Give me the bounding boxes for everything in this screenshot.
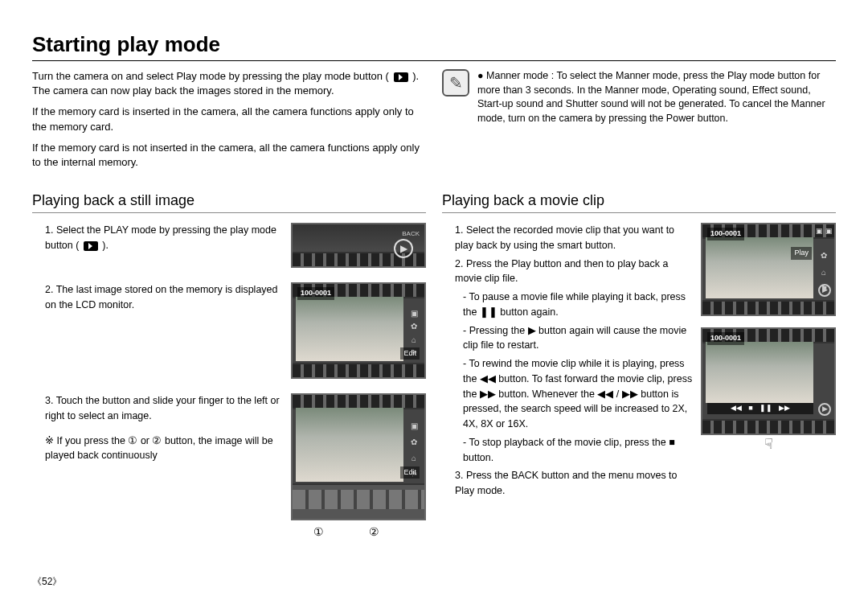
film-strip-icon — [702, 419, 834, 434]
still-s3: 3. Touch the button and slide your finge… — [45, 393, 283, 424]
still-step3-row: 3. Touch the button and slide your finge… — [32, 393, 426, 540]
movie-title: Playing back a movie clip — [442, 192, 836, 213]
play-mode-icon — [394, 72, 408, 82]
still-title: Playing back a still image — [32, 192, 426, 213]
stop-icon: ■ — [748, 403, 752, 414]
film-strip-icon — [702, 300, 834, 314]
playback-controls: ◀◀ ■ ❚❚ ▶▶ — [707, 403, 813, 414]
num-1: ① — [313, 524, 324, 540]
movie-s2a-b: button again. — [497, 306, 559, 318]
ff-icon: ▶▶ — [622, 388, 638, 400]
movie-s2a: - To pause a movie file while playing it… — [455, 290, 693, 320]
still-s1b: ). — [102, 240, 108, 251]
movie-s2c-d: / — [613, 388, 621, 400]
still-s2: 2. The last image stored on the memory i… — [45, 282, 283, 313]
intro-left: Turn the camera on and select Play mode … — [32, 69, 426, 176]
movie-s2: 2. Press the Play button and then to pla… — [455, 257, 693, 287]
still-s3-note: ※ If you press the ① or ② button, the im… — [45, 434, 283, 464]
num-2: ② — [369, 524, 379, 540]
play-icon: ▶ — [528, 325, 536, 336]
note-text: ● Manner mode : To select the Manner mod… — [477, 69, 836, 125]
movie-s3: 3. Press the BACK button and the menu mo… — [455, 468, 693, 499]
still-thumb3: ▣✿⌂⚑ Edit ① ② — [291, 393, 426, 540]
folder-label: 100-0001 — [707, 332, 744, 345]
still-thumb2: 100-0001 ▣✿⌂⚑ Edit — [291, 282, 426, 379]
movie-s2c-c: button. Whenever the — [496, 388, 597, 400]
ff-icon: ▶▶ — [779, 403, 790, 414]
pause-icon: ❚❚ — [480, 306, 497, 318]
intro-p2: If the memory card is inserted in the ca… — [32, 105, 426, 134]
film-strip-icon — [293, 363, 424, 377]
still-section: Playing back a still image 1. Select the… — [32, 176, 426, 544]
movie-section: Playing back a movie clip 1. Select the … — [442, 176, 836, 544]
movie-s2d-a: - To stop playback of the movie clip, pr… — [463, 437, 669, 448]
touch-buttons — [293, 490, 424, 509]
photo-placeholder — [296, 297, 403, 361]
intro-p3: If the memory card is not inserted in th… — [32, 141, 426, 170]
page-number: 《52》 — [32, 575, 62, 589]
play-label: Play — [791, 247, 812, 260]
play-mode-icon — [84, 241, 98, 251]
still-step1: 1. Select the PLAY mode by pressing the … — [32, 223, 283, 257]
movie-s2b-a: - Pressing the — [463, 325, 528, 336]
movie-s2c: - To rewind the movie clip while it is p… — [455, 356, 693, 432]
play-circle-icon: ▶ — [818, 284, 831, 297]
rewind-icon: ◀◀ — [480, 373, 496, 384]
camera-top-panel: ▶ BACK — [291, 223, 426, 268]
pause-icon: ❚❚ — [760, 403, 772, 414]
rewind-icon: ◀◀ — [731, 403, 742, 414]
page-title: Starting play mode — [32, 32, 836, 61]
stop-icon: ■ — [669, 437, 675, 448]
note-icon: ✎ — [442, 69, 469, 97]
movie-top-row: 1. Select the recorded movie clip that y… — [442, 223, 836, 502]
touch-strip — [293, 483, 424, 519]
folder-label: 100-0001 — [707, 228, 744, 240]
intro-right: ✎ ● Manner mode : To select the Manner m… — [442, 69, 836, 176]
movie-s2b: - Pressing the ▶ button again will cause… — [455, 323, 693, 354]
movie-s2d: - To stop playback of the movie clip, pr… — [455, 435, 693, 466]
still-step1-row: 1. Select the PLAY mode by pressing the … — [32, 223, 426, 268]
movie-preview-2: 100-0001 ◀◀ ■ ❚❚ ▶▶ ▶ — [701, 327, 836, 435]
still-step2: 2. The last image stored on the memory i… — [32, 282, 283, 316]
note-bullet: ● — [477, 70, 484, 81]
movie-s1: 1. Select the recorded movie clip that y… — [455, 223, 693, 253]
still-thumb1: ▶ BACK — [291, 223, 426, 268]
rewind-icon: ◀◀ — [597, 388, 613, 400]
photo-placeholder — [706, 342, 813, 403]
note-box: ✎ ● Manner mode : To select the Manner m… — [442, 69, 836, 125]
movie-s2d-b: button. — [463, 452, 493, 463]
folder-label: 100-0001 — [297, 287, 334, 300]
slide-numbers: ① ② — [291, 524, 426, 540]
edit-label: Edit — [400, 466, 420, 479]
movie-thumbs: 100-0001 ▣ ▣ ✿⌂⚑ Play ▶ 100-0001 ◀◀ ■ — [701, 223, 836, 455]
still-s1a: 1. Select the PLAY mode by pressing the … — [45, 224, 276, 251]
play-button-icon: ▶ — [394, 239, 413, 258]
still-step2-row: 2. The last image stored on the memory i… — [32, 282, 426, 379]
back-label: BACK — [402, 229, 420, 239]
hand-pointer-icon: ☟ — [701, 434, 836, 455]
lcd-preview: 100-0001 ▣✿⌂⚑ Edit — [291, 282, 426, 379]
note-label: Manner mode : — [486, 70, 554, 81]
intro-columns: Turn the camera on and select Play mode … — [32, 69, 836, 176]
movie-preview-1: 100-0001 ▣ ▣ ✿⌂⚑ Play ▶ — [701, 223, 836, 316]
movie-steps: 1. Select the recorded movie clip that y… — [442, 223, 693, 502]
intro-p1: Turn the camera on and select Play mode … — [32, 69, 426, 98]
body-columns: Playing back a still image 1. Select the… — [32, 176, 836, 544]
intro-p1a: Turn the camera on and select Play mode … — [32, 70, 392, 82]
play-circle-icon: ▶ — [818, 403, 831, 416]
edit-label: Edit — [400, 347, 420, 360]
top-right-icons: ▣ ▣ — [816, 226, 833, 237]
ff-icon: ▶▶ — [480, 388, 496, 400]
still-step3: 3. Touch the button and slide your finge… — [32, 393, 283, 466]
lcd-preview-slide: ▣✿⌂⚑ Edit — [291, 393, 426, 520]
photo-placeholder — [296, 408, 403, 482]
